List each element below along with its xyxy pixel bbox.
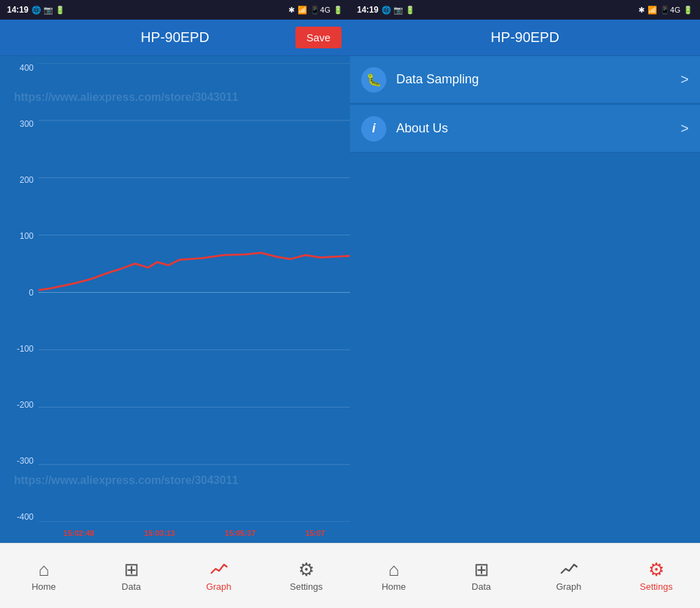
signal-icons-left: 🌐 📷 🔋 bbox=[31, 6, 65, 15]
right-status-right: ✱ 📶 📱4G 🔋 bbox=[638, 6, 693, 15]
x-label-1: 15:02:48 bbox=[64, 529, 94, 537]
y-label-neg200: -200 bbox=[3, 400, 36, 410]
graph-label-right: Graph bbox=[556, 581, 581, 592]
bottom-nav-left: ⌂ Home ⊞ Data Graph ⚙ Settings bbox=[0, 543, 350, 608]
title-bar-right: HP-90EPD bbox=[350, 20, 700, 56]
status-bar-left: 14:19 🌐 📷 🔋 ✱ 📶 📱4G 🔋 bbox=[0, 0, 350, 20]
data-sampling-arrow: > bbox=[680, 71, 689, 88]
menu-list: 🐛 Data Sampling > i About Us > bbox=[350, 56, 700, 543]
graph-icon-left bbox=[210, 560, 228, 579]
status-bar-right: 14:19 🌐 📷 🔋 ✱ 📶 📱4G 🔋 bbox=[350, 0, 700, 20]
time-right: 14:19 bbox=[357, 5, 379, 15]
nav-settings-left[interactable]: ⚙ Settings bbox=[279, 560, 335, 592]
bluetooth-icon-r: ✱ bbox=[638, 6, 645, 15]
signal-icons-right: 🌐 📷 🔋 bbox=[382, 6, 415, 15]
time-left: 14:19 bbox=[7, 5, 29, 15]
chart-svg bbox=[38, 63, 350, 522]
nav-graph-left[interactable]: Graph bbox=[191, 560, 247, 592]
chart-line bbox=[38, 253, 350, 290]
y-label-neg400: -400 bbox=[3, 512, 36, 522]
right-status-left: ✱ 📶 📱4G 🔋 bbox=[288, 6, 343, 15]
empty-content-area bbox=[350, 154, 700, 543]
menu-item-data-sampling[interactable]: 🐛 Data Sampling > bbox=[350, 56, 700, 104]
nav-home-left[interactable]: ⌂ Home bbox=[16, 560, 72, 592]
signal-icon: 📱4G bbox=[310, 6, 330, 15]
app-title-left: HP-90EPD bbox=[141, 29, 209, 46]
settings-icon-right: ⚙ bbox=[648, 560, 664, 579]
y-label-neg100: -100 bbox=[3, 344, 36, 354]
y-label-400: 400 bbox=[3, 63, 36, 73]
nav-settings-right[interactable]: ⚙ Settings bbox=[629, 560, 685, 592]
x-label-2: 15:03:13 bbox=[144, 529, 175, 537]
about-us-label: About Us bbox=[396, 121, 680, 136]
nav-data-right[interactable]: ⊞ Data bbox=[454, 560, 510, 592]
nav-graph-right[interactable]: Graph bbox=[541, 560, 597, 592]
data-sampling-icon: 🐛 bbox=[361, 67, 386, 92]
y-label-100: 100 bbox=[3, 231, 36, 241]
x-label-4: 15:07 bbox=[305, 529, 325, 537]
home-label-left: Home bbox=[31, 581, 56, 592]
x-label-3: 15:05:37 bbox=[225, 529, 255, 537]
settings-label-right: Settings bbox=[640, 581, 673, 592]
data-sampling-label: Data Sampling bbox=[396, 72, 680, 87]
y-label-300: 300 bbox=[3, 119, 36, 129]
wifi-icon-r: 📶 bbox=[648, 6, 657, 15]
settings-label-left: Settings bbox=[290, 581, 323, 592]
data-icon-right: ⊞ bbox=[474, 560, 489, 579]
y-label-neg300: -300 bbox=[3, 456, 36, 466]
about-us-icon: i bbox=[361, 116, 386, 141]
nav-data-left[interactable]: ⊞ Data bbox=[104, 560, 160, 592]
data-label-left: Data bbox=[122, 581, 141, 592]
nav-home-right[interactable]: ⌂ Home bbox=[366, 560, 422, 592]
home-label-right: Home bbox=[382, 581, 406, 592]
home-icon-right: ⌂ bbox=[388, 560, 400, 579]
about-us-arrow: > bbox=[680, 120, 689, 137]
battery-icon: 🔋 bbox=[333, 6, 343, 15]
wifi-icon: 📶 bbox=[298, 6, 307, 15]
home-icon-left: ⌂ bbox=[38, 560, 50, 579]
bottom-nav-right: ⌂ Home ⊞ Data Graph ⚙ Settings bbox=[350, 543, 700, 608]
title-bar-left: HP-90EPD Save bbox=[0, 20, 350, 56]
signal-icon-r: 📱4G bbox=[660, 6, 680, 15]
graph-label-left: Graph bbox=[206, 581, 231, 592]
graph-panel: 14:19 🌐 📷 🔋 ✱ 📶 📱4G 🔋 HP-90EPD Save http… bbox=[0, 0, 350, 608]
bluetooth-icon: ✱ bbox=[288, 6, 295, 15]
save-button[interactable]: Save bbox=[295, 27, 342, 48]
x-axis-labels: 15:02:48 15:03:13 15:05:37 15:07 bbox=[38, 523, 350, 543]
y-label-0: 0 bbox=[3, 288, 36, 298]
data-icon-left: ⊞ bbox=[124, 560, 139, 579]
graph-icon-right bbox=[560, 560, 578, 579]
app-title-right: HP-90EPD bbox=[491, 29, 559, 46]
menu-item-about-us[interactable]: i About Us > bbox=[350, 105, 700, 153]
chart-svg-wrapper bbox=[38, 63, 350, 522]
chart-area: https://www.aliexpress.com/store/3043011… bbox=[0, 56, 350, 543]
y-axis-labels: 400 300 200 100 0 -100 -200 -300 -400 bbox=[3, 63, 36, 522]
y-label-200: 200 bbox=[3, 175, 36, 185]
settings-panel: 14:19 🌐 📷 🔋 ✱ 📶 📱4G 🔋 HP-90EPD 🐛 Data Sa… bbox=[350, 0, 700, 608]
battery-icon-r: 🔋 bbox=[683, 6, 693, 15]
data-label-right: Data bbox=[472, 581, 491, 592]
settings-icon-left: ⚙ bbox=[298, 560, 314, 579]
